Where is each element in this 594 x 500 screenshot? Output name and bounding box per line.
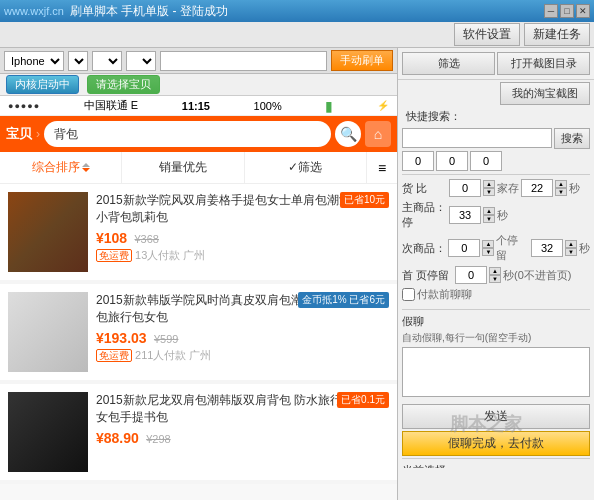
taobao-category: 宝贝 [6,125,32,143]
product-price-row: ¥193.03 ¥599 [96,330,389,346]
sold-count: 13人付款 [135,249,180,261]
taobao-search-bar: 宝贝 › 背包 🔍 ⌂ [0,116,397,152]
product-info: 已省0.1元 2015新款尼龙双肩包潮韩版双肩背包 防水旅行包休闲女包手提书包 … [96,392,389,472]
num-box-3[interactable] [470,151,502,171]
product-badge: 金币抵1% 已省6元 [298,292,389,308]
url-display: www.wxjf.cn [4,5,64,17]
sub-select2[interactable] [92,51,122,71]
nav-bar: Iphone 手动刷单 [0,48,397,74]
sub-product-spin: ▲ ▼ [482,240,494,256]
prepay-chat-checkbox[interactable] [402,288,415,301]
product-original-price: ¥368 [135,233,159,245]
print-dir-button[interactable]: 打开截图目录 [497,52,590,75]
phone-area: ●●●●● 中国联通 E 11:15 100% ▮ ⚡ 宝贝 › 背包 🔍 ⌂ [0,96,397,500]
activation-button[interactable]: 内核启动中 [6,75,79,94]
price-ratio-label: 货 比 [402,181,447,196]
my-taobao-button[interactable]: 我的淘宝截图 [500,82,590,105]
product-price-row: ¥88.90 ¥298 [96,430,389,446]
home-icon[interactable]: ⌂ [365,121,391,147]
main-product-up[interactable]: ▲ [483,207,495,215]
divider [402,174,590,175]
free-shipping-badge: 免运费 [96,349,132,362]
sub-product-input[interactable] [448,239,480,257]
sort-tabs: 综合排序 销量优先 ✓筛选 ≡ [0,152,397,184]
price-ratio-down[interactable]: ▼ [483,188,495,196]
sub-pause-spin: ▲ ▼ [565,240,577,256]
product-badge: 已省10元 [340,192,389,208]
fake-chat-label: 假聊 [402,314,590,329]
new-task-button[interactable]: 新建任务 [524,23,590,46]
product-location: 广州 [183,249,205,261]
tab-comprehensive[interactable]: 综合排序 [0,152,122,183]
taobao-screenshot-row: 我的淘宝截图 [398,80,594,107]
device-select[interactable]: Iphone [4,51,64,71]
stock-save-label: 家存 [497,181,519,196]
homepage-stay-input[interactable] [455,266,487,284]
sub-product-down[interactable]: ▼ [482,248,494,256]
left-panel: Iphone 手动刷单 内核启动中 请选择宝贝 ●●●●● 中国联通 E 11:… [0,48,398,500]
send-button[interactable]: 发送 [402,404,590,429]
select-product-button[interactable]: 请选择宝贝 [87,75,160,94]
homepage-stay-down[interactable]: ▼ [489,275,501,283]
phone-status-bar: ●●●●● 中国联通 E 11:15 100% ▮ ⚡ [0,96,397,116]
fake-chat-textarea[interactable] [402,347,590,397]
search-icon[interactable]: 🔍 [335,121,361,147]
price-ratio-input[interactable] [449,179,481,197]
tab-sales[interactable]: 销量优先 [122,152,244,183]
sub-pause-down[interactable]: ▼ [565,248,577,256]
sub-pause-up[interactable]: ▲ [565,240,577,248]
quick-search-input[interactable] [402,128,552,148]
search-input-area[interactable]: 背包 [44,121,331,147]
maximize-button[interactable]: □ [560,4,574,18]
main-product-label: 主商品：停 [402,200,447,230]
stock-save-down[interactable]: ▼ [555,188,567,196]
table-row: 已省10元 2015新款学院风双肩姜格手提包女士单肩包潮女款休闲小背包凯莉包 ¥… [0,184,397,280]
nav-input[interactable] [160,51,327,71]
main-product-input[interactable] [449,206,481,224]
close-button[interactable]: ✕ [576,4,590,18]
filter-button[interactable]: 筛选 [402,52,495,75]
product-list: 已省10元 2015新款学院风双肩姜格手提包女士单肩包潮女款休闲小背包凯莉包 ¥… [0,184,397,484]
software-settings-button[interactable]: 软件设置 [454,23,520,46]
manual-task-button[interactable]: 手动刷单 [331,50,393,71]
product-price: ¥193.03 [96,330,147,346]
window-controls: ─ □ ✕ [544,4,590,18]
sold-count: 211人付款 [135,349,186,361]
current-selection-label: 当前选择： [402,463,590,468]
num-box-1[interactable] [402,151,434,171]
sub-select1[interactable] [68,51,88,71]
checkout-button[interactable]: 假聊完成，去付款 [402,431,590,456]
quick-search-section: 快捷搜索： 搜索 [398,107,594,151]
right-panel: 筛选 打开截图目录 我的淘宝截图 快捷搜索： 搜索 [398,48,594,500]
number-boxes-row [398,151,594,171]
product-badge: 已省0.1元 [337,392,389,408]
main-product-spin: ▲ ▼ [483,207,495,223]
fake-chat-section: 假聊 自动假聊,每行一句(留空手动) [398,312,594,402]
search-button[interactable]: 搜索 [554,128,590,149]
carrier-label: 中国联通 E [84,98,138,113]
tab-filter[interactable]: ✓筛选 [245,152,367,183]
main-container: Iphone 手动刷单 内核启动中 请选择宝贝 ●●●●● 中国联通 E 11:… [0,48,594,500]
sub-product-up[interactable]: ▲ [482,240,494,248]
free-shipping-badge: 免运费 [96,249,132,262]
sub-pause-input[interactable] [531,239,563,257]
minimize-button[interactable]: ─ [544,4,558,18]
sub-select3[interactable] [126,51,156,71]
view-toggle[interactable]: ≡ [367,160,397,176]
time-display: 11:15 [182,100,210,112]
stock-save-input[interactable] [521,179,553,197]
homepage-stay-unit: 秒(0不进首页) [503,268,571,283]
product-price-row: ¥108 ¥368 [96,230,389,246]
price-ratio-up[interactable]: ▲ [483,180,495,188]
battery-icon: ▮ [325,98,333,114]
main-product-down[interactable]: ▼ [483,215,495,223]
prepay-chat-label: 付款前聊聊 [417,287,472,302]
right-top-row: 筛选 打开截图目录 [398,48,594,80]
stock-save-spin: ▲ ▼ [555,180,567,196]
homepage-stay-up[interactable]: ▲ [489,267,501,275]
title-bar: www.wxjf.cn 刷单脚本 手机单版 - 登陆成功 ─ □ ✕ [0,0,594,22]
num-box-2[interactable] [436,151,468,171]
stock-save-up[interactable]: ▲ [555,180,567,188]
table-row: 已省0.1元 2015新款尼龙双肩包潮韩版双肩背包 防水旅行包休闲女包手提书包 … [0,384,397,480]
product-location: 广州 [189,349,211,361]
